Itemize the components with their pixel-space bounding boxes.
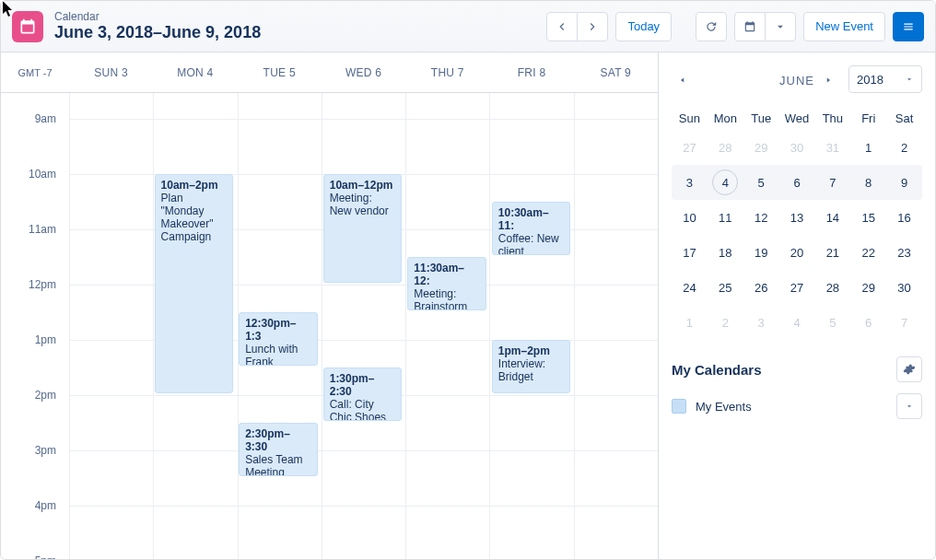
calendars-settings-button[interactable] (896, 356, 922, 382)
mini-day[interactable]: 16 (886, 211, 922, 225)
day-header-cell[interactable]: SUN 3 (69, 52, 153, 92)
mini-day[interactable]: 1 (850, 141, 886, 155)
event-title: Interview: Bridget (498, 357, 545, 383)
calendar-color-swatch[interactable] (672, 399, 686, 414)
month-label: JUNE (779, 74, 814, 88)
mini-day[interactable]: 2 (886, 141, 922, 155)
event-title: Lunch with Frank (245, 343, 298, 366)
my-calendars-header: My Calendars (672, 356, 922, 382)
hour-label: 3pm (35, 444, 56, 457)
mini-day[interactable]: 27 (779, 281, 815, 295)
mini-dow: Mon (708, 111, 743, 125)
calendar-event[interactable]: 10am–2pmPlan "Monday Makeover" Campaign (155, 174, 234, 393)
mini-day[interactable]: 4 (708, 169, 743, 195)
mini-day[interactable]: 12 (743, 211, 779, 225)
mini-dow: Fri (850, 111, 886, 125)
caret-down-icon (905, 402, 914, 411)
mini-day[interactable]: 4 (779, 316, 815, 330)
prev-week-button[interactable] (546, 12, 578, 41)
mini-day[interactable]: 9 (886, 176, 922, 190)
mini-day[interactable]: 15 (850, 211, 886, 225)
hour-label: 4pm (35, 499, 56, 512)
calendar-event[interactable]: 12:30pm–1:3Lunch with Frank (239, 312, 318, 366)
mini-day[interactable]: 30 (886, 281, 922, 295)
mini-day[interactable]: 8 (850, 176, 886, 190)
mini-day[interactable]: 2 (708, 316, 743, 330)
caret-down-icon (905, 75, 914, 84)
mini-calendar: SunMonTueWedThuFriSat2728293031123456789… (672, 106, 922, 340)
mini-day[interactable]: 28 (814, 281, 850, 295)
event-time: 12:30pm–1:3 (245, 317, 311, 343)
prev-month-button[interactable] (672, 69, 694, 91)
hour-label: 10am (29, 168, 56, 181)
mini-day[interactable]: 23 (886, 246, 922, 260)
mini-day[interactable]: 30 (779, 141, 815, 155)
day-header-cell[interactable]: SAT 9 (574, 52, 658, 92)
event-title: Sales Team Meeting (245, 453, 302, 476)
mini-day[interactable]: 29 (850, 281, 886, 295)
mini-day[interactable]: 25 (708, 281, 743, 295)
mini-day[interactable]: 29 (743, 141, 779, 155)
day-header-cell[interactable]: MON 4 (153, 52, 237, 92)
calendar-menu-button[interactable] (896, 393, 922, 419)
calendar-icon (743, 20, 756, 33)
calendar-event[interactable]: 11:30am–12:Meeting: Brainstorm (407, 257, 486, 310)
mini-day[interactable]: 22 (850, 246, 886, 260)
sidebar: JUNE 2018 SunMonTueWedThuFriSat272829303… (659, 52, 935, 560)
day-header-cell[interactable]: WED 6 (322, 52, 405, 92)
mini-day[interactable]: 1 (672, 316, 708, 330)
mini-day[interactable]: 14 (814, 211, 850, 225)
view-switch-button[interactable] (734, 12, 766, 41)
mini-day[interactable]: 10 (672, 211, 708, 225)
week-view: GMT -7 SUN 3MON 4TUE 5WED 6THU 7FRI 8SAT… (1, 52, 659, 560)
mini-day[interactable]: 28 (708, 141, 743, 155)
calendar-event[interactable]: 10am–12pmMeeting: New vendor (323, 174, 403, 283)
refresh-button[interactable] (696, 12, 727, 41)
mini-day[interactable]: 26 (743, 281, 779, 295)
mini-day[interactable]: 3 (743, 316, 779, 330)
mini-day[interactable]: 31 (814, 141, 850, 155)
event-time: 11:30am–12: (414, 262, 480, 287)
mini-day[interactable]: 6 (850, 316, 886, 330)
mini-day[interactable]: 24 (672, 281, 708, 295)
day-header-cell[interactable]: THU 7 (405, 52, 489, 92)
mini-day[interactable]: 18 (708, 246, 743, 260)
mini-dow: Sun (672, 111, 708, 125)
today-button[interactable]: Today (615, 12, 672, 41)
mini-day[interactable]: 27 (672, 141, 708, 155)
event-title: Meeting: Brainstorm (414, 287, 467, 310)
mini-day[interactable]: 3 (672, 176, 708, 190)
mini-day[interactable]: 13 (779, 211, 815, 225)
mini-day[interactable]: 19 (743, 246, 779, 260)
day-header-cell[interactable]: TUE 5 (238, 52, 322, 92)
mini-day[interactable]: 21 (814, 246, 850, 260)
mini-day[interactable]: 6 (779, 176, 815, 190)
mini-day[interactable]: 7 (886, 316, 922, 330)
next-week-button[interactable] (577, 12, 608, 41)
day-header-cell[interactable]: FRI 8 (489, 52, 573, 92)
mini-day[interactable]: 7 (814, 176, 850, 190)
view-switch-dropdown[interactable] (765, 12, 796, 41)
mini-day[interactable]: 5 (814, 316, 850, 330)
calendar-event[interactable]: 1:30pm–2:30Call: City Chic Shoes (323, 368, 403, 421)
year-select[interactable]: 2018 (848, 65, 922, 93)
mini-calendar-header: JUNE 2018 (672, 64, 922, 97)
hour-label: 11am (29, 223, 56, 236)
calendar-event[interactable]: 2:30pm–3:30Sales Team Meeting (239, 423, 318, 476)
sidebar-toggle-button[interactable] (893, 12, 924, 41)
mini-dow: Sat (886, 111, 922, 125)
mini-day[interactable]: 20 (779, 246, 815, 260)
mini-day[interactable]: 17 (672, 246, 708, 260)
mini-day[interactable]: 5 (743, 176, 779, 190)
event-title: Plan "Monday Makeover" Campaign (161, 192, 214, 243)
new-event-button[interactable]: New Event (803, 12, 885, 41)
next-month-button[interactable] (817, 69, 839, 91)
mini-day[interactable]: 11 (708, 211, 743, 225)
hour-label: 5pm (35, 554, 56, 560)
timezone-label: GMT -7 (1, 52, 69, 92)
calendar-event[interactable]: 10:30am–11:Coffee: New client (492, 202, 571, 255)
time-grid-scroll[interactable]: 8am9am10am11am12pm1pm2pm3pm4pm5pm 10am–2… (1, 93, 658, 560)
my-calendars-title: My Calendars (672, 362, 762, 378)
calendar-event[interactable]: 1pm–2pmInterview: Bridget (492, 340, 571, 393)
calendar-app-icon (12, 11, 43, 42)
